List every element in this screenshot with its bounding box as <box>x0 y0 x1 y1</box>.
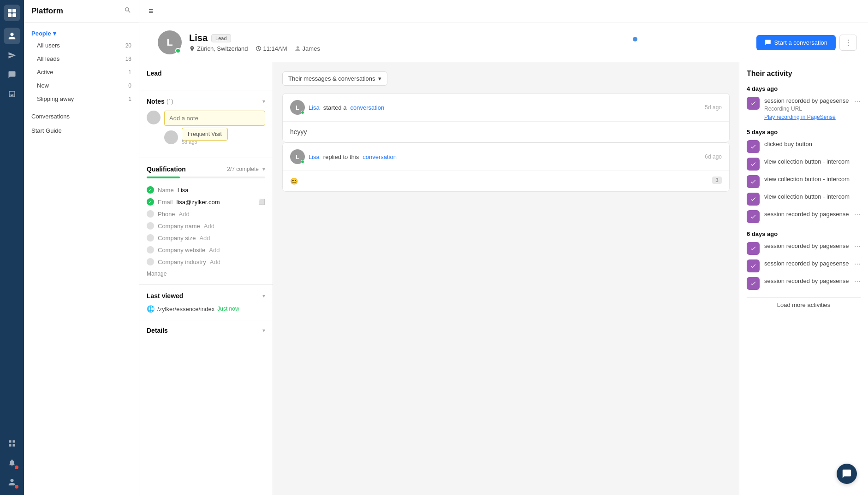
logo-icon[interactable] <box>4 5 20 21</box>
qual-add[interactable]: Add <box>204 223 214 230</box>
inbox-icon[interactable] <box>4 86 20 102</box>
left-panel: Lead Notes (1) ▾ <box>139 62 273 495</box>
copy-icon[interactable]: ⬜ <box>258 199 265 205</box>
conv-link[interactable]: conversation <box>363 153 397 160</box>
activity-menu-icon[interactable]: ⋯ <box>854 278 861 285</box>
chat-icon[interactable] <box>4 66 20 83</box>
sidebar-item-label: Active <box>37 69 53 76</box>
sidebar-nav-start-guide[interactable]: Start Guide <box>24 124 139 138</box>
start-conversation-button[interactable]: Start a conversation <box>756 35 836 50</box>
messages-dropdown[interactable]: Their messages & conversations ▾ <box>282 71 387 86</box>
activity-item: session recorded by pagesense Recording … <box>747 97 861 121</box>
lead-section: Lead <box>139 62 273 90</box>
time-text: 11:14AM <box>263 45 287 52</box>
notes-chevron[interactable]: ▾ <box>262 98 265 105</box>
location-icon <box>189 46 195 52</box>
details-title: Details <box>147 327 168 334</box>
middle-panel: Their messages & conversations ▾ L Lisa … <box>273 62 739 495</box>
details-chevron[interactable]: ▾ <box>262 327 265 334</box>
notes-count: (1) <box>166 98 173 105</box>
note-input[interactable] <box>164 111 265 126</box>
qual-chevron[interactable]: ▾ <box>262 166 265 172</box>
sidebar-item-count: 20 <box>125 42 131 49</box>
conv-link[interactable]: conversation <box>350 104 384 111</box>
online-indicator <box>175 48 181 53</box>
svg-rect-0 <box>8 9 12 12</box>
sidebar: Platform People ▾ All users20All leads18… <box>24 0 139 495</box>
sidebar-item-all-users[interactable]: All users20 <box>24 39 139 52</box>
qual-label: Company industry <box>158 259 206 265</box>
qual-label: Company size <box>158 235 196 242</box>
activity-item: session recorded by pagesense ⋯ <box>747 259 861 272</box>
agent-text: James <box>303 45 320 52</box>
activity-menu-icon[interactable]: ⋯ <box>854 243 861 250</box>
conv-avatar: L <box>290 149 305 164</box>
note-item-row: Frequent Visit 5d ago <box>147 130 265 146</box>
people-icon[interactable] <box>4 28 20 44</box>
activity-icon <box>747 210 760 223</box>
activity-icon <box>747 193 760 206</box>
qual-add[interactable]: Add <box>199 235 210 242</box>
last-viewed-item: 🌐 /zylker/essence/index Just now <box>147 305 265 312</box>
conv-body: 3 😊 <box>283 171 729 191</box>
activity-item: session recorded by pagesense ⋯ <box>747 242 861 255</box>
empty-indicator <box>147 234 154 242</box>
profile-actions: Start a conversation ⋮ <box>756 35 857 51</box>
qual-add[interactable]: Add <box>209 247 220 253</box>
chat-fab-button[interactable] <box>837 464 857 484</box>
sidebar-item-all-leads[interactable]: All leads18 <box>24 52 139 65</box>
globe-icon: 🌐 <box>147 305 155 312</box>
activity-item: view collection button - intercom <box>747 158 861 171</box>
svg-rect-3 <box>12 13 16 17</box>
activity-menu-icon[interactable]: ⋯ <box>854 260 861 268</box>
sidebar-item-label: All leads <box>37 55 59 62</box>
conv-avatar: L <box>290 100 305 115</box>
conv-header-left: L Lisa started a conversation <box>290 100 384 115</box>
conv-user[interactable]: Lisa <box>309 104 320 111</box>
location-item: Zürich, Switzerland <box>189 45 248 52</box>
user-icon[interactable] <box>4 474 20 490</box>
last-viewed-chevron[interactable]: ▾ <box>262 293 265 299</box>
conv-user[interactable]: Lisa <box>309 153 320 160</box>
sidebar-item-active[interactable]: Active1 <box>24 65 139 79</box>
grid-icon[interactable] <box>4 435 20 452</box>
note-item-avatar <box>164 130 178 144</box>
activity-item: session recorded by pagesense ⋯ <box>747 210 861 223</box>
qualification-section: Qualification 2/7 complete ▾ ✓NameLisa✓E… <box>139 158 273 285</box>
clock-icon <box>256 46 262 52</box>
sidebar-item-count: 1 <box>128 96 131 102</box>
online-dot <box>301 111 304 114</box>
activity-icon <box>747 259 760 272</box>
sidebar-item-slipping-away[interactable]: Slipping away1 <box>24 92 139 106</box>
conv-badge: 3 <box>712 177 722 184</box>
activity-text: view collection button - intercom <box>764 175 861 183</box>
conversations-container: L Lisa started a conversation 5d ago hey… <box>282 93 730 192</box>
location-text: Zürich, Switzerland <box>197 45 248 52</box>
activity-day: 4 days ago <box>747 85 861 92</box>
hamburger-icon[interactable]: ≡ <box>149 6 154 16</box>
qual-label: Name <box>158 187 174 194</box>
bell-icon[interactable] <box>4 454 20 471</box>
activity-link[interactable]: Play recording in PageSense <box>764 114 836 120</box>
sidebar-nav-conversations[interactable]: Conversations <box>24 109 139 124</box>
activity-menu-icon[interactable]: ⋯ <box>854 211 861 218</box>
load-more-button[interactable]: Load more activities <box>747 297 861 312</box>
sidebar-item-new[interactable]: New0 <box>24 79 139 92</box>
sidebar-group-people[interactable]: People ▾ <box>24 26 139 39</box>
activity-item: session recorded by pagesense ⋯ <box>747 277 861 290</box>
activity-text: view collection button - intercom <box>764 193 861 201</box>
lead-badge: Lead <box>211 34 231 42</box>
qual-add[interactable]: Add <box>179 211 190 218</box>
activity-menu-icon[interactable]: ⋯ <box>854 98 861 105</box>
search-icon[interactable] <box>124 6 131 16</box>
activity-item: clicked buy button <box>747 140 861 153</box>
more-options-button[interactable]: ⋮ <box>839 35 857 51</box>
conv-body: heyyy <box>283 122 729 142</box>
manage-link[interactable]: Manage <box>147 268 265 277</box>
note-input-row <box>147 111 265 126</box>
right-panel-title: Their activity <box>747 70 861 78</box>
qual-add[interactable]: Add <box>210 259 220 265</box>
notes-section: Notes (1) ▾ Frequent Visit 5d ago <box>139 90 273 158</box>
send-icon[interactable] <box>4 47 20 64</box>
lv-path: /zylker/essence/index <box>157 306 214 312</box>
